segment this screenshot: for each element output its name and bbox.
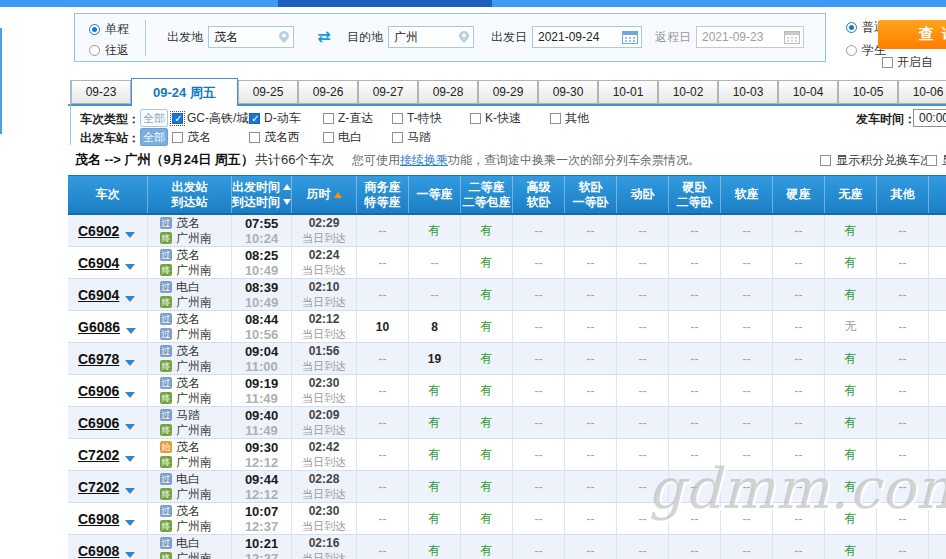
- station-name: 广州南: [176, 518, 212, 535]
- expand-caret-icon[interactable]: [125, 424, 135, 430]
- expand-caret-icon[interactable]: [125, 552, 135, 558]
- depart-station-option-2[interactable]: 茂名西: [249, 130, 300, 144]
- train-number-link[interactable]: C6908: [78, 543, 119, 559]
- seat-cell: 有: [461, 343, 513, 374]
- trip-type-roundtrip[interactable]: 往返: [89, 43, 129, 58]
- col-header-二等座: 二等座二等包座: [461, 176, 513, 213]
- seat-availability: --: [691, 320, 699, 334]
- expand-caret-icon[interactable]: [125, 264, 135, 270]
- col-header-历时[interactable]: 历时: [292, 176, 357, 213]
- depart-time: 10:07: [245, 504, 278, 519]
- date-tab-10-05[interactable]: 10-05: [838, 80, 898, 104]
- table-body: C6902过茂名终广州南07:5510:2402:29当日到达--有有-----…: [68, 215, 946, 559]
- seat-cell: 19: [409, 343, 461, 374]
- show-points-trains-checkbox[interactable]: 显示积分兑换车次: [820, 152, 932, 169]
- train-number-link[interactable]: C6908: [78, 511, 119, 527]
- train-type-option-1[interactable]: GC-高铁/城际: [172, 111, 260, 125]
- extra-cell: [929, 279, 946, 310]
- date-tab-09-27[interactable]: 09-27: [358, 80, 418, 104]
- expand-caret-icon[interactable]: [125, 232, 135, 238]
- radio-selected-icon: [89, 24, 100, 35]
- depart-station-all-button[interactable]: 全部: [140, 128, 168, 146]
- transfer-link[interactable]: 接续换乘: [400, 153, 448, 167]
- trip-type-oneway[interactable]: 单程: [89, 22, 129, 37]
- date-tab-09-29[interactable]: 09-29: [478, 80, 538, 104]
- expand-caret-icon[interactable]: [125, 392, 135, 398]
- train-type-all-button[interactable]: 全部: [140, 109, 168, 127]
- col-header-出发时间[interactable]: 出发时间到达时间: [232, 176, 292, 213]
- date-tab-10-06[interactable]: 10-06: [898, 80, 946, 104]
- date-tab-09-24[interactable]: 09-24 周五: [131, 78, 238, 106]
- train-results-table: 车次出发站到达站出发时间到达时间历时商务座特等座一等座二等座二等包座高级软卧软卧…: [68, 175, 946, 559]
- seat-cell: --: [565, 247, 617, 278]
- train-number-link[interactable]: C6904: [78, 255, 119, 271]
- train-number-link[interactable]: C6904: [78, 287, 119, 303]
- seat-cell: --: [877, 247, 929, 278]
- seat-cell: 有: [461, 471, 513, 502]
- query-button[interactable]: 查询: [878, 20, 946, 49]
- depart-time-select[interactable]: 00:00: [913, 109, 946, 127]
- date-tab-10-03[interactable]: 10-03: [718, 80, 778, 104]
- from-input[interactable]: 茂名: [208, 26, 294, 48]
- depart-date-input[interactable]: 2021-09-24: [532, 26, 642, 48]
- seat-cell: --: [565, 343, 617, 374]
- duration: 02:12: [309, 312, 340, 327]
- seat-cell: --: [721, 311, 773, 342]
- seat-availability: 有: [845, 510, 857, 527]
- return-date-input[interactable]: 2021-09-23: [696, 26, 804, 48]
- train-number-link[interactable]: C7202: [78, 447, 119, 463]
- train-type-option-5[interactable]: K-快速: [470, 111, 521, 125]
- seat-cell: 有: [825, 471, 877, 502]
- date-tab-09-25[interactable]: 09-25: [238, 80, 298, 104]
- expand-caret-icon[interactable]: [125, 488, 135, 494]
- sort-desc-icon: [283, 199, 291, 205]
- seat-cell: 8: [409, 311, 461, 342]
- tip-prefix: 您可使用: [352, 153, 400, 167]
- date-tab-09-26[interactable]: 09-26: [298, 80, 358, 104]
- expand-caret-icon[interactable]: [125, 296, 135, 302]
- train-number-link[interactable]: C6906: [78, 415, 119, 431]
- to-input[interactable]: 广州: [388, 26, 474, 48]
- expand-caret-icon[interactable]: [126, 328, 136, 334]
- expand-caret-icon[interactable]: [125, 360, 135, 366]
- seat-cell: --: [721, 503, 773, 534]
- show-more-checkbox[interactable]: 显: [926, 152, 946, 169]
- train-number-link[interactable]: G6086: [78, 319, 120, 335]
- depart-station-option-3[interactable]: 电白: [323, 130, 362, 144]
- depart-station-option-1[interactable]: 茂名: [172, 130, 211, 144]
- train-number-link[interactable]: C7202: [78, 479, 119, 495]
- train-number-link[interactable]: C6906: [78, 383, 119, 399]
- depart-time: 09:04: [245, 344, 278, 359]
- arrive-time: 10:49: [245, 295, 278, 310]
- seat-cell: --: [877, 311, 929, 342]
- date-tab-10-02[interactable]: 10-02: [658, 80, 718, 104]
- date-tab-10-01[interactable]: 10-01: [598, 80, 658, 104]
- date-tab-09-23[interactable]: 09-23: [71, 80, 131, 104]
- swap-stations-icon[interactable]: ⇄: [313, 29, 335, 45]
- option-label: 茂名西: [264, 129, 300, 146]
- depart-station-option-4[interactable]: 马踏: [392, 130, 431, 144]
- train-type-option-3[interactable]: Z-直达: [323, 111, 373, 125]
- location-pin-icon: [458, 30, 470, 44]
- seat-availability: 有: [481, 254, 493, 271]
- train-type-option-6[interactable]: 其他: [550, 111, 589, 125]
- stations-cell: 过茂名终广州南: [148, 247, 232, 278]
- train-type-option-4[interactable]: T-特快: [392, 111, 442, 125]
- expand-caret-icon[interactable]: [125, 456, 135, 462]
- expand-caret-icon[interactable]: [125, 520, 135, 526]
- date-tab-09-30[interactable]: 09-30: [538, 80, 598, 104]
- seat-availability: --: [587, 544, 595, 558]
- option-label: 其他: [565, 110, 589, 127]
- tip-suffix: 功能，查询途中换乘一次的部分列车余票情况。: [448, 153, 700, 167]
- auto-query-checkbox[interactable]: 开启自: [882, 54, 933, 71]
- date-tab-10-04[interactable]: 10-04: [778, 80, 838, 104]
- train-number-link[interactable]: C6902: [78, 223, 119, 239]
- seat-availability: --: [535, 480, 543, 494]
- train-type-option-2[interactable]: D-动车: [249, 111, 301, 125]
- seat-availability: --: [639, 480, 647, 494]
- col-title: 出发站: [172, 180, 208, 195]
- train-number-link[interactable]: C6978: [78, 351, 119, 367]
- date-tab-09-28[interactable]: 09-28: [418, 80, 478, 104]
- seat-availability: --: [587, 448, 595, 462]
- seat-availability: --: [587, 480, 595, 494]
